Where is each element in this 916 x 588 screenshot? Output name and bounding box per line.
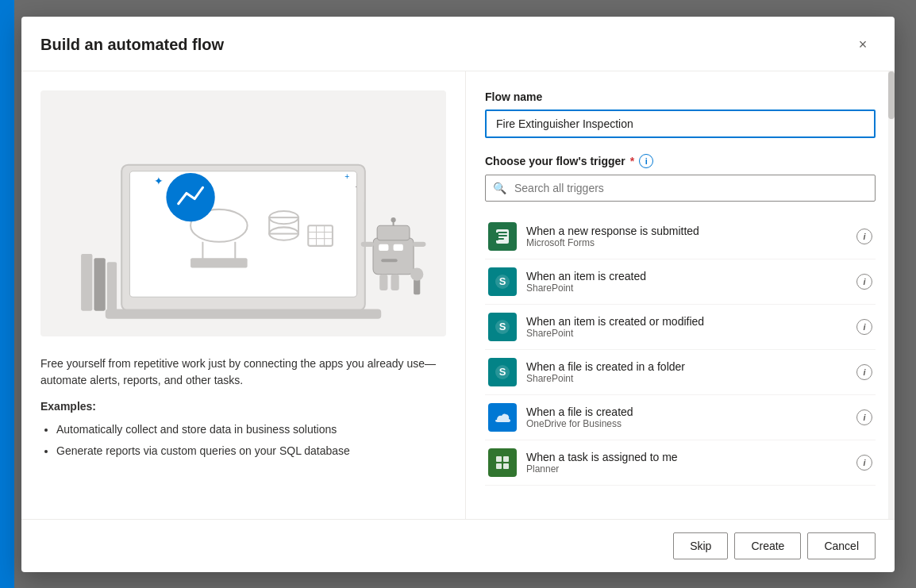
- sharepoint-icon-2: S: [488, 313, 517, 341]
- svg-text:+: +: [344, 172, 349, 181]
- trigger-service-planner: Planner: [526, 463, 847, 475]
- trigger-item-sharepoint2[interactable]: S When an item is created or modified Sh…: [485, 305, 876, 350]
- svg-rect-48: [503, 456, 509, 462]
- svg-rect-47: [496, 456, 502, 462]
- trigger-name-sp2: When an item is created or modified: [526, 315, 847, 328]
- trigger-service-onedrive: OneDrive for Business: [526, 418, 847, 429]
- trigger-item-onedrive[interactable]: When a file is created OneDrive for Busi…: [485, 395, 876, 440]
- dialog-footer: Skip Create Cancel: [21, 519, 895, 572]
- trigger-service-sp3: SharePoint: [526, 373, 847, 384]
- examples-title: Examples:: [40, 398, 446, 415]
- required-indicator: *: [630, 155, 634, 167]
- svg-text:S: S: [499, 275, 506, 287]
- trigger-item-planner[interactable]: When a task is assigned to me Planner i: [485, 440, 876, 486]
- trigger-item-forms[interactable]: When a new response is submitted Microso…: [485, 214, 876, 259]
- svg-rect-6: [191, 258, 248, 267]
- svg-rect-27: [413, 241, 425, 246]
- svg-rect-19: [373, 237, 414, 274]
- trigger-info-planner: When a task is assigned to me Planner: [526, 451, 847, 475]
- svg-rect-28: [379, 274, 387, 290]
- trigger-info-sp1: When an item is created SharePoint: [526, 270, 847, 294]
- svg-rect-37: [498, 232, 507, 233]
- trigger-item-sharepoint1[interactable]: S When an item is created SharePoint i: [485, 259, 876, 305]
- trigger-name-onedrive: When a file is created: [526, 405, 847, 418]
- svg-rect-38: [498, 235, 507, 236]
- svg-rect-30: [414, 278, 420, 294]
- trigger-name-sp3: When a file is created in a folder: [526, 360, 847, 373]
- scrollbar-track[interactable]: [888, 71, 895, 519]
- trigger-info-icon[interactable]: i: [639, 154, 653, 168]
- left-accent-bar: [0, 0, 14, 588]
- bullet-item-2: Generate reports via custom queries on y…: [56, 443, 446, 459]
- svg-rect-16: [81, 254, 92, 311]
- svg-text:·: ·: [356, 183, 357, 190]
- dialog-overlay: Build an automated flow ×: [0, 0, 916, 588]
- svg-rect-29: [391, 274, 399, 290]
- dialog-body: ✦ + · Free yourself from repetitive work…: [21, 71, 895, 519]
- bullet-item-1: Automatically collect and store data in …: [56, 421, 446, 438]
- triggers-list: When a new response is submitted Microso…: [485, 214, 876, 500]
- svg-rect-15: [106, 309, 381, 318]
- svg-text:✦: ✦: [154, 175, 164, 187]
- trigger-service-sp1: SharePoint: [526, 282, 847, 294]
- create-button[interactable]: Create: [734, 532, 801, 559]
- trigger-info-forms: When a new response is submitted Microso…: [526, 225, 847, 248]
- trigger-info-onedrive: When a file is created OneDrive for Busi…: [526, 405, 847, 429]
- svg-rect-23: [377, 225, 410, 240]
- sharepoint-icon-3: S: [488, 358, 517, 386]
- onedrive-icon: [488, 403, 517, 432]
- cancel-button[interactable]: Cancel: [807, 532, 876, 559]
- trigger-info-sp3: When a file is created in a folder Share…: [526, 360, 847, 384]
- forms-icon: [488, 222, 517, 251]
- trigger-name-planner: When a task is assigned to me: [526, 451, 847, 463]
- trigger-service-sp2: SharePoint: [526, 328, 847, 339]
- trigger-section-label: Choose your flow's trigger * i: [485, 154, 876, 168]
- illustration: ✦ + ·: [40, 90, 446, 336]
- svg-rect-18: [107, 262, 117, 310]
- trigger-name-forms: When a new response is submitted: [526, 225, 847, 237]
- search-icon: 🔍: [493, 182, 506, 194]
- svg-rect-20: [379, 244, 388, 250]
- left-panel: ✦ + · Free yourself from repetitive work…: [21, 71, 466, 519]
- flow-name-label: Flow name: [485, 90, 876, 103]
- search-triggers-input[interactable]: [485, 175, 876, 202]
- svg-rect-49: [496, 463, 502, 469]
- svg-rect-50: [503, 463, 509, 469]
- svg-rect-26: [361, 241, 374, 246]
- svg-rect-39: [498, 238, 504, 240]
- trigger-info-btn-planner[interactable]: i: [856, 455, 872, 471]
- trigger-info-btn-sp3[interactable]: i: [856, 364, 872, 380]
- svg-point-25: [391, 217, 396, 222]
- build-automated-flow-dialog: Build an automated flow ×: [21, 17, 895, 572]
- sharepoint-icon-1: S: [488, 267, 517, 296]
- flow-name-input[interactable]: [485, 110, 876, 138]
- trigger-info-btn-sp2[interactable]: i: [856, 319, 872, 335]
- left-description: Free yourself from repetitive work just …: [40, 355, 446, 464]
- planner-icon: [488, 448, 517, 477]
- trigger-info-btn-onedrive[interactable]: i: [856, 409, 872, 425]
- trigger-item-sharepoint3[interactable]: S When a file is created in a folder Sha…: [485, 350, 876, 395]
- trigger-info-btn-forms[interactable]: i: [856, 229, 872, 244]
- right-panel: Flow name Choose your flow's trigger * i…: [466, 71, 895, 519]
- svg-rect-40: [495, 233, 498, 240]
- scrollbar-thumb[interactable]: [888, 71, 895, 119]
- svg-rect-17: [94, 258, 105, 310]
- svg-text:S: S: [499, 321, 506, 332]
- examples-list: Automatically collect and store data in …: [40, 421, 446, 459]
- trigger-info-sp2: When an item is created or modified Shar…: [526, 315, 847, 339]
- trigger-info-btn-sp1[interactable]: i: [856, 274, 872, 290]
- svg-point-31: [410, 267, 423, 280]
- trigger-service-forms: Microsoft Forms: [526, 237, 847, 248]
- svg-text:S: S: [499, 366, 506, 378]
- trigger-label-text: Choose your flow's trigger: [485, 155, 625, 167]
- trigger-name-sp1: When an item is created: [526, 270, 847, 282]
- svg-rect-22: [381, 259, 397, 262]
- search-box: 🔍: [485, 175, 876, 202]
- dialog-header: Build an automated flow ×: [21, 17, 895, 71]
- skip-button[interactable]: Skip: [673, 532, 728, 559]
- dialog-title: Build an automated flow: [40, 36, 224, 54]
- description-text: Free yourself from repetitive work just …: [40, 355, 446, 389]
- svg-rect-21: [394, 244, 403, 250]
- close-button[interactable]: ×: [850, 33, 876, 58]
